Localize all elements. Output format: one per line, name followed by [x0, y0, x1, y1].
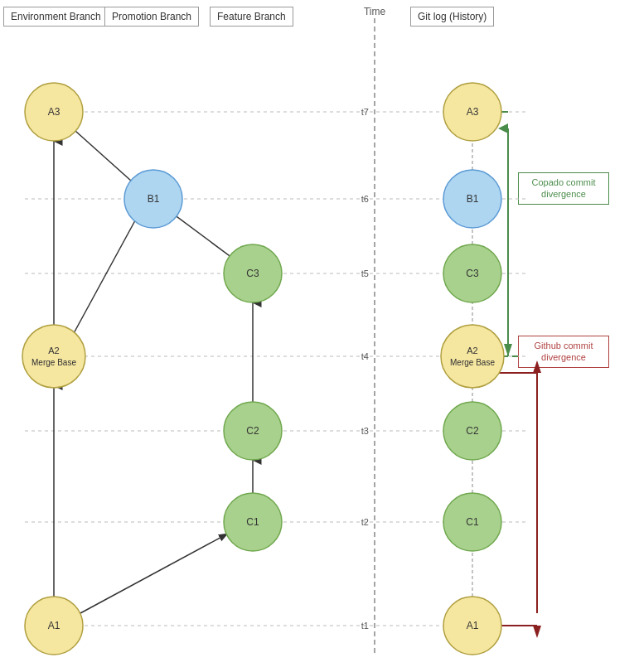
- node-A2-right: [441, 325, 504, 388]
- node-C1-label: C1: [246, 516, 259, 528]
- svg-line-11: [68, 124, 139, 188]
- node-A1-left-label: A1: [48, 620, 61, 631]
- node-A2-left-sublabel: Merge Base: [31, 358, 76, 367]
- node-A3-right-label: A3: [467, 106, 479, 118]
- diagram-container: Environment Branch Promotion Branch Feat…: [0, 0, 639, 672]
- svg-line-10: [68, 213, 139, 344]
- node-A2-left-label: A2: [48, 346, 59, 355]
- svg-marker-27: [504, 344, 512, 356]
- node-A2-right-label: A2: [467, 346, 477, 355]
- svg-line-14: [167, 210, 239, 263]
- node-B1-left-label: B1: [148, 193, 160, 205]
- diagram-svg: Time t7 t6 t5 t4 t3 t2 t1: [0, 0, 639, 672]
- node-C2-right-label: C2: [466, 425, 479, 437]
- node-C3-label: C3: [246, 268, 259, 279]
- node-A3-left-label: A3: [48, 106, 61, 118]
- svg-line-15: [80, 534, 226, 613]
- node-A1-right-label: A1: [467, 620, 479, 631]
- t3-label: t3: [361, 426, 369, 436]
- t2-label: t2: [361, 517, 369, 527]
- node-B1-right-label: B1: [467, 193, 479, 205]
- t1-label: t1: [361, 621, 369, 631]
- node-C1-right-label: C1: [466, 516, 479, 528]
- node-A2-right-sublabel: Merge Base: [450, 358, 495, 367]
- t7-label: t7: [361, 107, 369, 117]
- t4-label: t4: [361, 351, 369, 361]
- t6-label: t6: [361, 194, 369, 204]
- time-axis-label: Time: [364, 6, 386, 17]
- svg-marker-31: [533, 360, 541, 373]
- node-C2-label: C2: [246, 425, 259, 437]
- node-C3-right-label: C3: [466, 268, 479, 279]
- node-A2-left: [22, 325, 85, 388]
- svg-marker-32: [533, 626, 541, 638]
- t5-label: t5: [361, 268, 369, 278]
